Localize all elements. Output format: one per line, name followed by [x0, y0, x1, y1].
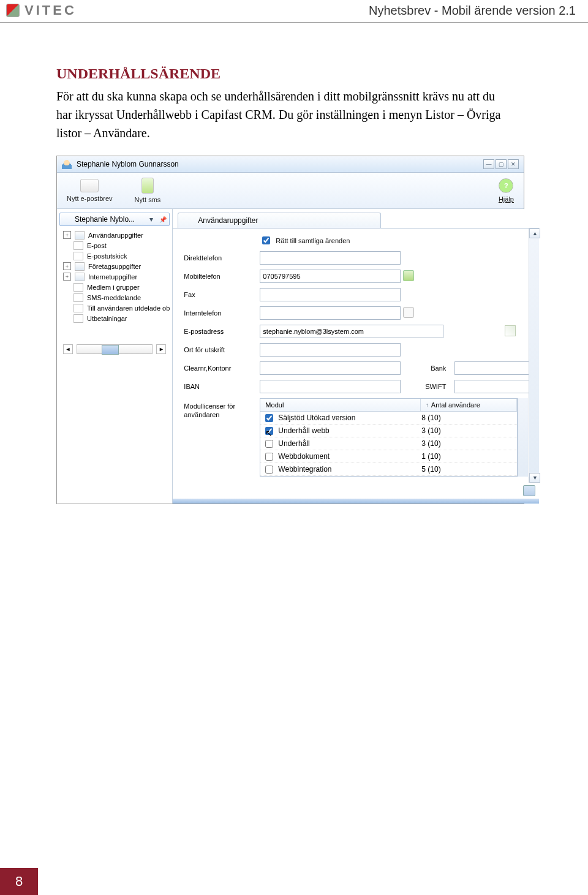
window-minimize-button[interactable]: —	[483, 159, 494, 169]
expand-icon[interactable]: +	[63, 273, 71, 281]
input-iban[interactable]	[260, 380, 401, 393]
module-checkbox[interactable]	[265, 414, 273, 422]
mobile-action-icon[interactable]	[403, 270, 414, 281]
help-icon: ?	[499, 178, 513, 193]
expand-icon[interactable]: +	[63, 231, 71, 239]
tree-node-icon	[74, 304, 83, 312]
page-number: 8	[0, 868, 38, 895]
input-direkttelefon[interactable]	[260, 251, 401, 265]
input-ort[interactable]	[260, 343, 401, 357]
section-heading: UNDERHÅLLSÄRENDE	[56, 66, 532, 82]
tree-item[interactable]: E-postutskick	[63, 251, 170, 261]
all-cases-checkbox[interactable]	[262, 236, 270, 244]
tree-item-label: E-post	[87, 242, 107, 249]
print-icon[interactable]	[523, 485, 535, 496]
embedded-screenshot: Stephanie Nyblom Gunnarsson — ▢ ✕ Nytt e…	[56, 156, 524, 504]
module-checkbox[interactable]	[265, 440, 273, 448]
input-fax[interactable]	[260, 288, 401, 301]
module-row[interactable]: Säljstöd Utökad version8 (10)	[260, 412, 517, 425]
tree-indent	[63, 242, 70, 249]
doc-header: VITEC Nyhetsbrev - Mobil ärende version …	[0, 0, 588, 23]
tree-node-icon	[75, 262, 85, 271]
module-count: 3 (10)	[417, 425, 517, 437]
tree-item-label: Internetuppgifter	[88, 273, 137, 281]
tree-item[interactable]: E-post	[63, 240, 170, 251]
module-row[interactable]: Underhåll3 (10)	[260, 437, 517, 450]
tree-node-icon	[74, 283, 83, 292]
nav-tree: Stephanie Nyblo... ▾ 📌 +Användaruppgifte…	[57, 209, 173, 504]
module-row[interactable]: Webbdokument1 (10)	[260, 450, 517, 463]
input-mobiltelefon[interactable]	[260, 270, 401, 283]
label-iban: IBAN	[184, 383, 251, 390]
module-row[interactable]: Webbintegration5 (10)	[260, 463, 517, 476]
tree-item-label: Användaruppgifter	[88, 232, 143, 239]
module-checkbox[interactable]	[265, 427, 273, 435]
toolbar: Nytt e-postbrev Nytt sms ? Hjälp	[57, 173, 524, 209]
tree-item[interactable]: Medlem i grupper	[63, 282, 170, 292]
help-label: Hjälp	[499, 195, 514, 203]
window-title-text: Stephanie Nyblom Gunnarsson	[77, 160, 179, 168]
help-button[interactable]: ? Hjälp	[499, 178, 514, 203]
chat-action-icon[interactable]	[403, 307, 414, 318]
tree-node-icon	[75, 231, 85, 240]
tree-item-label: SMS-meddelande	[87, 294, 141, 301]
tree-item[interactable]: Till användaren utdelade ob	[63, 303, 170, 313]
label-direkttelefon: Direkttelefon	[184, 254, 251, 262]
chevron-down-icon: ▾	[149, 215, 153, 224]
label-ort: Ort för utskrift	[184, 346, 251, 353]
input-interntelefon[interactable]	[260, 306, 401, 320]
module-count: 5 (10)	[417, 463, 517, 475]
label-bank: Bank	[403, 364, 446, 372]
col-users[interactable]: ↑Antal användare	[421, 399, 517, 411]
scrollbar-thumb[interactable]	[102, 345, 119, 355]
scroll-right-icon[interactable]: ►	[156, 344, 166, 354]
input-email[interactable]	[260, 325, 443, 338]
user-icon	[184, 216, 193, 225]
new-sms-button[interactable]: Nytt sms	[135, 178, 161, 203]
tab-user-settings[interactable]: Användaruppgifter	[178, 213, 381, 228]
tree-item[interactable]: +Användaruppgifter	[63, 230, 170, 240]
contact-card-icon[interactable]	[505, 325, 516, 336]
tree-item-label: Medlem i grupper	[87, 284, 140, 291]
scrollbar-track[interactable]	[77, 344, 153, 354]
module-checkbox[interactable]	[265, 453, 273, 461]
input-bank[interactable]	[454, 361, 534, 375]
all-cases-label: Rätt till samtliga ärenden	[276, 237, 350, 244]
user-icon	[62, 159, 72, 169]
tree-indent	[63, 252, 70, 259]
expand-icon[interactable]: +	[63, 262, 71, 270]
module-name: Underhåll webb	[278, 426, 329, 435]
modules-vscroll[interactable]	[518, 398, 528, 477]
tree-item[interactable]: +Internetuppgifter	[63, 271, 170, 282]
tree-item-label: Utbetalningar	[87, 315, 127, 322]
sort-asc-icon: ↑	[426, 402, 429, 408]
col-module[interactable]: Modul	[260, 399, 421, 411]
new-email-button[interactable]: Nytt e-postbrev	[67, 179, 113, 202]
form-vscroll[interactable]: ▲ ▼	[529, 228, 539, 483]
tree-hscroll[interactable]: ◄ ►	[59, 344, 170, 354]
new-sms-label: Nytt sms	[135, 196, 161, 203]
scroll-up-icon[interactable]: ▲	[529, 228, 540, 238]
phone-icon	[141, 178, 154, 194]
tree-indent	[63, 294, 70, 301]
tree-indent	[63, 304, 70, 311]
window-close-button[interactable]: ✕	[508, 159, 519, 169]
module-checkbox[interactable]	[265, 466, 273, 474]
tree-node-icon	[74, 293, 83, 302]
user-form: ▲ ▼ Rätt till samtliga ärenden Direkttel…	[173, 228, 539, 483]
window-maximize-button[interactable]: ▢	[496, 159, 507, 169]
label-interntelefon: Interntelefon	[184, 309, 251, 317]
doc-title: Nyhetsbrev - Mobil ärende version 2.1	[369, 4, 576, 18]
tree-item[interactable]: SMS-meddelande	[63, 292, 170, 303]
tree-node-icon	[74, 241, 83, 250]
scroll-left-icon[interactable]: ◄	[63, 344, 73, 354]
scroll-down-icon[interactable]: ▼	[529, 473, 540, 483]
input-swift[interactable]	[454, 380, 534, 393]
module-row[interactable]: Underhåll webb↖3 (10)	[260, 425, 517, 437]
tree-node-icon	[75, 273, 85, 281]
input-clearnr[interactable]	[260, 361, 401, 375]
tree-item[interactable]: Utbetalningar	[63, 313, 170, 323]
tree-item[interactable]: +Företagsuppgifter	[63, 261, 170, 271]
label-email: E-postadress	[184, 328, 251, 335]
tree-user-selector[interactable]: Stephanie Nyblo... ▾ 📌	[59, 213, 170, 226]
